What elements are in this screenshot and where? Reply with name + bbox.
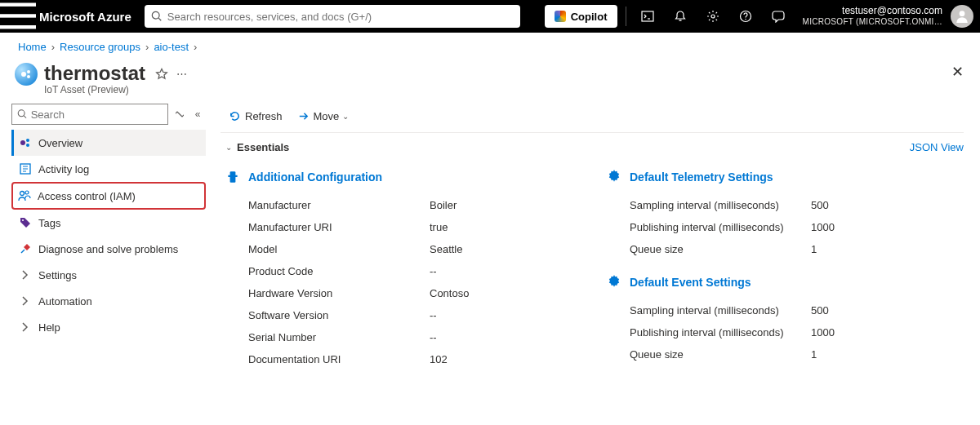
sidebar-item-diagnose[interactable]: Diagnose and solve problems [11, 236, 206, 262]
property-row: Publishing interval (milliseconds)1000 [607, 321, 964, 343]
section-title: Default Telemetry Settings [630, 170, 773, 184]
sidebar-item-help[interactable]: Help [11, 314, 206, 340]
svg-rect-5 [642, 11, 653, 21]
svg-point-11 [960, 11, 965, 16]
gear-icon [607, 275, 621, 290]
avatar[interactable] [951, 5, 973, 28]
json-view-link[interactable]: JSON View [910, 141, 964, 153]
property-key: Manufacturer URI [225, 221, 430, 233]
breadcrumb-resource-groups[interactable]: Resource groups [56, 41, 144, 53]
sidebar-search[interactable] [11, 104, 168, 125]
breadcrumb-home[interactable]: Home [15, 41, 50, 53]
chevron-right-icon: › [50, 41, 56, 53]
collapse-sidebar-button[interactable]: « [189, 108, 206, 120]
svg-rect-1 [0, 14, 36, 17]
svg-rect-28 [228, 175, 237, 177]
access-control-icon [18, 189, 31, 202]
sidebar-search-input[interactable] [31, 108, 163, 121]
favorite-button[interactable] [155, 68, 168, 83]
expand-collapse-toggle[interactable] [170, 108, 189, 120]
essentials-label: Essentials [237, 141, 289, 153]
property-value: 1 [811, 243, 817, 255]
notifications-button[interactable] [664, 0, 697, 33]
chevron-right-icon: › [144, 41, 150, 53]
property-row: Hardware VersionContoso [225, 282, 582, 304]
property-key: Queue size [607, 243, 811, 255]
refresh-icon [229, 110, 241, 122]
activity-log-icon [19, 162, 32, 175]
cloud-shell-button[interactable] [631, 0, 664, 33]
chevron-right-icon [19, 294, 32, 308]
person-icon [955, 9, 969, 24]
global-search-input[interactable] [167, 11, 514, 23]
svg-point-8 [711, 15, 715, 18]
svg-line-16 [24, 116, 26, 118]
property-key: Documentation URI [225, 353, 430, 365]
svg-rect-0 [0, 3, 36, 7]
sidebar-item-label: Activity log [38, 163, 89, 175]
svg-line-4 [158, 18, 161, 20]
top-navigation-bar: Microsoft Azure Copilot testuser@contoso… [0, 0, 980, 33]
sidebar-item-automation[interactable]: Automation [11, 288, 206, 314]
sidebar-item-activity-log[interactable]: Activity log [11, 156, 206, 182]
chevron-down-icon: ⌄ [342, 112, 349, 121]
page-subtitle: IoT Asset (Preview) [44, 84, 145, 95]
configuration-icon [225, 170, 240, 184]
property-key: Sampling interval (milliseconds) [607, 304, 811, 317]
property-value: -- [430, 265, 437, 277]
chevron-right-icon [19, 321, 32, 334]
brand-label: Microsoft Azure [36, 10, 138, 24]
sidebar-item-access-control[interactable]: Access control (IAM) [11, 182, 206, 210]
property-key: Serial Number [225, 331, 430, 343]
event-settings-section: Default Event Settings Sampling interval… [607, 275, 964, 365]
property-row: Queue size1 [607, 343, 964, 365]
svg-point-14 [27, 75, 30, 78]
property-value: 102 [430, 353, 448, 365]
feedback-button[interactable] [762, 0, 795, 33]
move-button[interactable]: Move ⌄ [297, 110, 350, 122]
property-value: 500 [811, 199, 829, 211]
settings-button[interactable] [697, 0, 729, 33]
search-icon [151, 11, 163, 22]
breadcrumb-aio-test[interactable]: aio-test [150, 41, 192, 53]
property-row: Serial Number-- [225, 326, 582, 348]
move-label: Move [314, 110, 340, 122]
essentials-toggle[interactable]: ⌄ Essentials JSON View [220, 133, 964, 163]
refresh-button[interactable]: Refresh [229, 110, 283, 122]
svg-point-26 [22, 219, 24, 221]
account-block[interactable]: testuser@contoso.com MICROSOFT (MICROSOF… [795, 6, 948, 26]
property-key: Hardware Version [225, 287, 430, 299]
svg-point-25 [25, 191, 29, 194]
property-row: Sampling interval (milliseconds)500 [607, 299, 964, 321]
copilot-button[interactable]: Copilot [545, 5, 617, 28]
svg-point-3 [152, 11, 159, 19]
tags-icon [19, 216, 32, 229]
divider [626, 7, 626, 26]
hamburger-menu-button[interactable] [0, 0, 36, 33]
property-value: 500 [811, 304, 829, 317]
help-button[interactable] [729, 0, 762, 33]
resource-header: thermostat IoT Asset (Preview) ⋯ ✕ [0, 58, 980, 104]
close-blade-button[interactable]: ✕ [951, 63, 964, 81]
copilot-label: Copilot [571, 11, 608, 23]
main-content: Refresh Move ⌄ ⌄ Essentials JSON View Ad… [212, 104, 980, 421]
sidebar-item-settings[interactable]: Settings [11, 262, 206, 288]
search-icon [17, 108, 28, 120]
svg-point-19 [26, 144, 29, 147]
resource-menu-sidebar: « Overview Activity log Access control (… [0, 104, 212, 421]
overview-icon [19, 136, 32, 149]
section-title: Default Event Settings [630, 276, 751, 289]
property-key: Software Version [225, 309, 430, 321]
sidebar-item-overview[interactable]: Overview [11, 130, 206, 156]
property-key: Model [225, 243, 430, 255]
diagnose-icon [19, 242, 32, 255]
property-row: Product Code-- [225, 260, 582, 282]
property-row: ManufacturerBoiler [225, 194, 582, 216]
global-search[interactable] [145, 5, 520, 28]
more-actions-button[interactable]: ⋯ [176, 68, 187, 80]
refresh-label: Refresh [245, 110, 283, 122]
sidebar-item-tags[interactable]: Tags [11, 210, 206, 236]
property-key: Manufacturer [225, 199, 430, 211]
svg-point-10 [745, 19, 746, 20]
property-value: -- [430, 309, 437, 321]
